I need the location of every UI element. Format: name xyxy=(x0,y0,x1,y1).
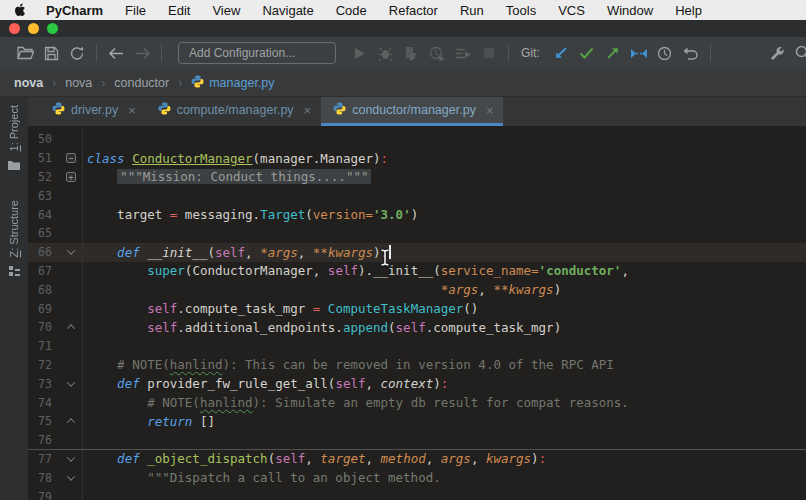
code-text[interactable]: *args, **kwargs) xyxy=(82,280,806,299)
tab-compute-manager-py[interactable]: compute/manager.py× xyxy=(146,97,321,126)
menu-item-help[interactable]: Help xyxy=(664,3,713,18)
fold-marker-icon[interactable] xyxy=(60,249,82,255)
stop-icon[interactable] xyxy=(476,43,502,63)
line-number[interactable]: 64 xyxy=(28,208,60,222)
line-number[interactable]: 68 xyxy=(28,283,60,297)
tab-driver-py[interactable]: driver.py× xyxy=(40,97,146,126)
line-number[interactable]: 65 xyxy=(28,226,60,240)
breadcrumb-item-manager-py[interactable]: manager.py xyxy=(191,75,274,91)
line-number[interactable]: 71 xyxy=(28,339,60,353)
save-all-icon[interactable] xyxy=(38,43,64,63)
line-number[interactable]: 79 xyxy=(28,490,60,500)
line-number[interactable]: 78 xyxy=(28,471,60,485)
menu-item-pycharm[interactable]: PyCharm xyxy=(35,3,114,18)
close-window-button[interactable] xyxy=(9,23,20,34)
fold-marker-icon[interactable] xyxy=(60,475,82,481)
code-text[interactable]: """Dispatch a call to an object method. xyxy=(82,468,806,487)
code-text[interactable] xyxy=(82,186,806,205)
code-text[interactable]: return [] xyxy=(82,412,806,431)
code-text[interactable] xyxy=(82,431,806,449)
fold-marker-icon[interactable] xyxy=(60,324,82,330)
line-number[interactable]: 69 xyxy=(28,302,60,316)
line-number[interactable]: 51 xyxy=(28,151,60,165)
code-text[interactable]: target = messaging.Target(version='3.0') xyxy=(82,205,806,224)
line-number[interactable]: 75 xyxy=(28,414,60,428)
history-icon[interactable] xyxy=(652,43,678,63)
rollback-icon[interactable] xyxy=(678,43,704,63)
line-number[interactable]: 76 xyxy=(28,433,60,447)
menu-item-file[interactable]: File xyxy=(114,3,157,18)
line-number[interactable]: 52 xyxy=(28,170,60,184)
git-merge-icon[interactable] xyxy=(626,43,652,63)
sidebar-item-structure[interactable]: Z: Structure xyxy=(8,200,20,257)
code-text[interactable]: super(ConductorManager, self).__init__(s… xyxy=(82,262,806,281)
fold-marker-icon[interactable]: − xyxy=(60,153,82,163)
forward-icon[interactable] xyxy=(129,43,155,63)
menu-item-refactor[interactable]: Refactor xyxy=(378,3,449,18)
profiler-icon[interactable] xyxy=(424,43,450,63)
run-list-icon[interactable] xyxy=(450,43,476,63)
run-configuration-select[interactable]: Add Configuration... xyxy=(178,42,336,64)
code-text[interactable] xyxy=(82,487,806,500)
line-number[interactable]: 74 xyxy=(28,396,60,410)
line-number[interactable]: 77 xyxy=(28,452,60,466)
token-plain: , xyxy=(621,263,629,278)
line-number[interactable]: 66 xyxy=(28,245,60,259)
code-editor[interactable]: 5051−class ConductorManager(manager.Mana… xyxy=(28,126,806,500)
menu-item-code[interactable]: Code xyxy=(325,3,378,18)
code-text[interactable]: self.compute_task_mgr = ComputeTaskManag… xyxy=(82,299,806,318)
line-number[interactable]: 72 xyxy=(28,358,60,372)
code-text[interactable] xyxy=(82,130,806,149)
menu-item-window[interactable]: Window xyxy=(596,3,664,18)
run-icon[interactable] xyxy=(346,43,372,63)
code-text[interactable]: # NOTE(hanlind): This can be removed in … xyxy=(82,356,806,375)
code-text[interactable] xyxy=(82,337,806,356)
fold-marker-icon[interactable] xyxy=(60,418,82,424)
code-text[interactable]: """Mission: Conduct things....""" xyxy=(82,168,806,187)
fold-marker-icon[interactable]: + xyxy=(60,172,82,182)
breadcrumb-item-nova[interactable]: nova xyxy=(14,76,43,90)
code-text[interactable]: # NOTE(hanlind): Simulate an empty db re… xyxy=(82,393,806,412)
token-kw: def xyxy=(117,376,140,391)
breadcrumb-item-nova[interactable]: nova xyxy=(65,76,92,90)
tab-close-icon[interactable]: × xyxy=(486,103,494,118)
token-plain xyxy=(87,470,147,485)
run-with-coverage-icon[interactable] xyxy=(398,43,424,63)
tab-close-icon[interactable]: × xyxy=(128,103,136,118)
line-number[interactable]: 50 xyxy=(28,132,60,146)
fold-marker-icon[interactable] xyxy=(60,456,82,462)
sidebar-item-project[interactable]: 1: Project xyxy=(8,105,20,151)
code-text[interactable]: class ConductorManager(manager.Manager): xyxy=(82,149,806,168)
git-update-icon[interactable] xyxy=(548,43,574,63)
breadcrumb-item-conductor[interactable]: conductor xyxy=(114,76,169,90)
menu-item-tools[interactable]: Tools xyxy=(495,3,547,18)
back-icon[interactable] xyxy=(103,43,129,63)
line-number[interactable]: 70 xyxy=(28,320,60,334)
menu-item-run[interactable]: Run xyxy=(449,3,495,18)
menu-item-view[interactable]: View xyxy=(201,3,251,18)
code-text[interactable]: def provider_fw_rule_get_all(self, conte… xyxy=(82,374,806,393)
debug-icon[interactable] xyxy=(372,43,398,63)
synchronize-icon[interactable] xyxy=(64,43,90,63)
apple-icon[interactable] xyxy=(14,3,27,18)
search-everywhere-icon[interactable] xyxy=(790,43,806,63)
line-number[interactable]: 67 xyxy=(28,264,60,278)
git-push-icon[interactable] xyxy=(600,43,626,63)
minimize-window-button[interactable] xyxy=(28,23,39,34)
open-folder-icon[interactable] xyxy=(12,43,38,63)
tab-conductor-manager-py[interactable]: conductor/manager.py× xyxy=(321,97,503,126)
menu-item-edit[interactable]: Edit xyxy=(157,3,201,18)
tab-close-icon[interactable]: × xyxy=(304,103,312,118)
fold-marker-icon[interactable] xyxy=(60,381,82,387)
line-number[interactable]: 73 xyxy=(28,377,60,391)
zoom-window-button[interactable] xyxy=(47,23,58,34)
settings-wrench-icon[interactable] xyxy=(764,43,790,63)
menu-item-navigate[interactable]: Navigate xyxy=(251,3,324,18)
code-text[interactable] xyxy=(82,224,806,243)
code-text[interactable]: def __init__(self, *args, **kwargs): xyxy=(82,243,806,262)
code-text[interactable]: def _object_dispatch(self, target, metho… xyxy=(82,450,806,469)
code-text[interactable]: self.additional_endpoints.append(self.co… xyxy=(82,318,806,337)
menu-item-vcs[interactable]: VCS xyxy=(547,3,596,18)
git-commit-icon[interactable] xyxy=(574,43,600,63)
line-number[interactable]: 63 xyxy=(28,189,60,203)
